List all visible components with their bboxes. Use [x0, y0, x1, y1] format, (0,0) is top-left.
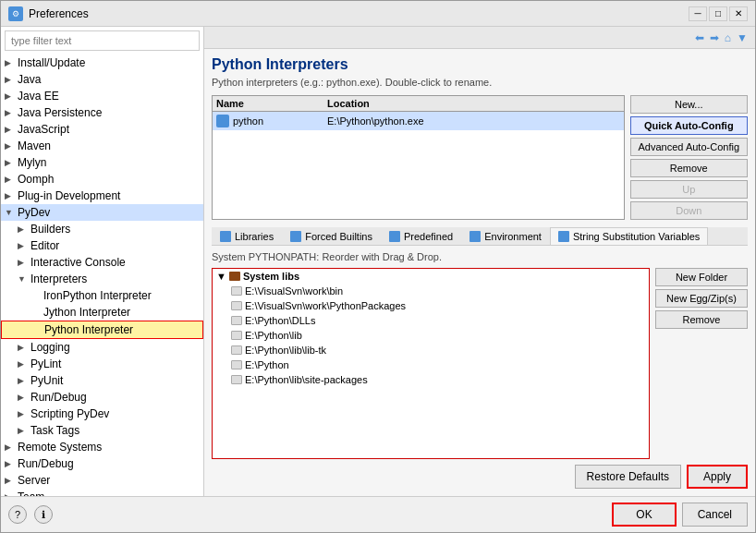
- apply-button[interactable]: Apply: [687, 465, 748, 489]
- tabs-bar: LibrariesForced BuiltinsPredefinedEnviro…: [212, 227, 748, 246]
- tab-forced-builtins[interactable]: Forced Builtins: [282, 227, 381, 245]
- new-egg-zip-button[interactable]: New Egg/Zip(s): [655, 289, 748, 308]
- path-item-0[interactable]: E:\VisualSvn\work\bin: [213, 284, 649, 298]
- tab-environment[interactable]: Environment: [461, 227, 550, 245]
- cancel-button[interactable]: Cancel: [682, 503, 748, 527]
- tab-icon-forced-builtins: [290, 231, 301, 242]
- expand-icon-oomph: ▶: [5, 175, 18, 184]
- footer-left: ? ℹ: [8, 505, 53, 524]
- tab-string-substitution[interactable]: String Substitution Variables: [550, 227, 708, 245]
- tree-item-interactive-console[interactable]: ▶Interactive Console: [1, 254, 203, 271]
- info-icon: ℹ: [42, 509, 45, 521]
- tree-item-java-persistence[interactable]: ▶Java Persistence: [1, 104, 203, 121]
- tree-item-logging[interactable]: ▶Logging: [1, 339, 203, 356]
- expand-icon-run-debug-top: ▶: [5, 459, 18, 468]
- tab-icon-predefined: [389, 231, 400, 242]
- tree-item-ironpython-interpreter[interactable]: IronPython Interpreter: [1, 287, 203, 304]
- title-bar-left: ⚙ Preferences: [8, 6, 89, 21]
- remove-button[interactable]: Remove: [630, 159, 748, 177]
- maximize-button[interactable]: □: [709, 6, 727, 21]
- path-item-4[interactable]: E:\Python\lib\lib-tk: [213, 343, 649, 357]
- new-folder-button[interactable]: New Folder: [655, 268, 748, 286]
- tree-item-pydev[interactable]: ▼PyDev: [1, 204, 203, 221]
- expand-icon-builders: ▶: [18, 224, 30, 234]
- interpreters-section: Name Location pythonE:\Python\python.exe…: [212, 95, 748, 220]
- tree-label-run-debug: Run/Debug: [30, 391, 200, 404]
- tree-item-run-debug-top[interactable]: ▶Run/Debug: [1, 455, 203, 472]
- help-icon: ?: [15, 509, 20, 520]
- minimize-button[interactable]: ─: [689, 6, 707, 21]
- tree-item-server[interactable]: ▶Server: [1, 472, 203, 489]
- expand-icon-logging: ▶: [18, 343, 30, 352]
- tab-libraries[interactable]: Libraries: [212, 227, 282, 245]
- tab-icon-environment: [469, 231, 481, 242]
- expand-icon: ▼: [216, 271, 226, 282]
- tree-item-scripting-pydev[interactable]: ▶Scripting PyDev: [1, 406, 203, 422]
- path-item-5[interactable]: E:\Python: [213, 357, 649, 372]
- nav-bar: ⬅ ➡ ⌂ ▼: [204, 27, 755, 49]
- tab-label-environment: Environment: [484, 231, 542, 242]
- nav-back-button[interactable]: ⬅: [693, 31, 706, 44]
- expand-icon-pyunit: ▶: [18, 376, 30, 385]
- path-item-6[interactable]: E:\Python\lib\site-packages: [213, 372, 649, 387]
- expand-icon-plugin-development: ▶: [5, 191, 18, 200]
- ok-button[interactable]: OK: [612, 503, 676, 527]
- new-button[interactable]: New...: [630, 95, 748, 114]
- tree-item-plugin-development[interactable]: ▶Plug-in Development: [1, 188, 203, 204]
- tree-label-interactive-console: Interactive Console: [30, 256, 200, 269]
- tree-item-pyunit[interactable]: ▶PyUnit: [1, 372, 203, 389]
- tree-label-editor: Editor: [30, 239, 200, 252]
- tree-item-jython-interpreter[interactable]: Jython Interpreter: [1, 304, 203, 321]
- nav-arrows: ⬅ ➡ ⌂ ▼: [693, 31, 750, 44]
- tree-item-maven[interactable]: ▶Maven: [1, 138, 203, 154]
- file-icon-4: [231, 345, 242, 355]
- tree-label-java: Java: [18, 73, 200, 86]
- info-button[interactable]: ℹ: [34, 505, 53, 524]
- tab-predefined[interactable]: Predefined: [381, 227, 461, 245]
- footer-right: OK Cancel: [612, 503, 748, 527]
- tree-item-builders[interactable]: ▶Builders: [1, 221, 203, 237]
- path-item-2[interactable]: E:\Python\DLLs: [213, 313, 649, 328]
- nav-home-button[interactable]: ⌂: [723, 31, 733, 44]
- tab-label-libraries: Libraries: [235, 231, 274, 242]
- tree-item-remote-systems[interactable]: ▶Remote Systems: [1, 439, 203, 455]
- tree-item-python-interpreter[interactable]: Python Interpreter: [1, 321, 203, 339]
- expand-icon-run-debug: ▶: [18, 393, 30, 402]
- tree-label-run-debug-top: Run/Debug: [18, 457, 200, 470]
- expand-icon-remote-systems: ▶: [5, 442, 18, 452]
- tree-item-pylint[interactable]: ▶PyLint: [1, 356, 203, 372]
- path-item-1[interactable]: E:\VisualSvn\work\PythonPackages: [213, 298, 649, 313]
- nav-forward-button[interactable]: ➡: [708, 31, 721, 44]
- tree-item-java-ee[interactable]: ▶Java EE: [1, 88, 203, 104]
- path-text-1: E:\VisualSvn\work\PythonPackages: [245, 300, 406, 311]
- right-panel-wrapper: ⬅ ➡ ⌂ ▼ Python Interpreters Python inter…: [204, 27, 755, 496]
- tree-label-builders: Builders: [30, 223, 200, 236]
- tree-item-java[interactable]: ▶Java: [1, 71, 203, 88]
- quick-auto-config-button[interactable]: Quick Auto-Config: [630, 116, 748, 135]
- tree-item-task-tags[interactable]: ▶Task Tags: [1, 422, 203, 439]
- table-header: Name Location: [213, 96, 624, 112]
- up-button[interactable]: Up: [630, 180, 748, 199]
- tree-item-javascript[interactable]: ▶JavaScript: [1, 121, 203, 138]
- down-button[interactable]: Down: [630, 201, 748, 220]
- tree-label-pylint: PyLint: [30, 357, 200, 370]
- tree-item-oomph[interactable]: ▶Oomph: [1, 171, 203, 188]
- path-item-3[interactable]: E:\Python\lib: [213, 328, 649, 343]
- tree-label-maven: Maven: [18, 139, 200, 152]
- nav-dropdown-button[interactable]: ▼: [735, 31, 750, 44]
- path-group-system-libs[interactable]: ▼ System libs: [213, 269, 649, 284]
- interpreter-row[interactable]: pythonE:\Python\python.exe: [213, 112, 624, 130]
- filter-input[interactable]: [5, 30, 200, 51]
- expand-icon-editor: ▶: [18, 241, 30, 250]
- tree-item-editor[interactable]: ▶Editor: [1, 237, 203, 254]
- tree-item-team[interactable]: ▶Team: [1, 489, 203, 496]
- tree-item-interpreters[interactable]: ▼Interpreters: [1, 271, 203, 287]
- advanced-auto-config-button[interactable]: Advanced Auto-Config: [630, 138, 748, 156]
- tree-item-run-debug[interactable]: ▶Run/Debug: [1, 389, 203, 406]
- tree-item-install-update[interactable]: ▶Install/Update: [1, 55, 203, 71]
- restore-defaults-button[interactable]: Restore Defaults: [575, 465, 681, 489]
- syspath-remove-button[interactable]: Remove: [655, 310, 748, 329]
- help-button[interactable]: ?: [8, 505, 27, 524]
- tree-item-mylyn[interactable]: ▶Mylyn: [1, 154, 203, 171]
- close-button[interactable]: ✕: [729, 6, 748, 21]
